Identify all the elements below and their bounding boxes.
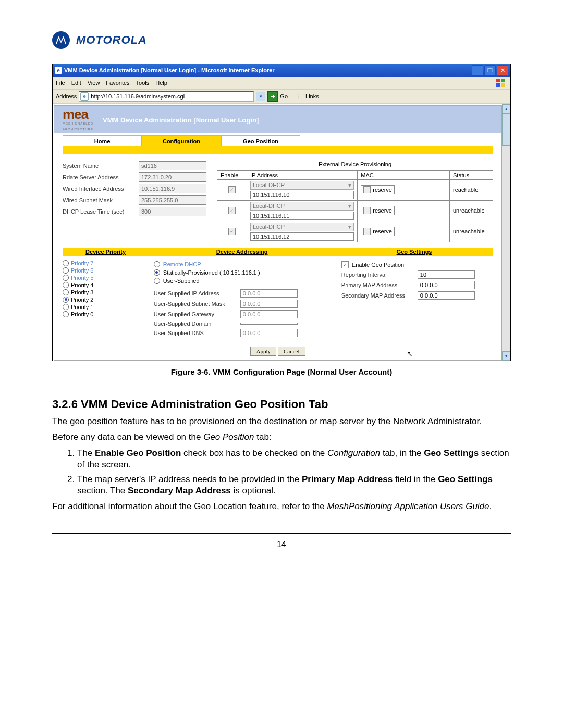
edp-mac-reserve[interactable]: reserve bbox=[361, 227, 395, 236]
priority-radio[interactable] bbox=[63, 275, 69, 281]
menu-edit[interactable]: Edit bbox=[71, 80, 81, 86]
priority-option[interactable]: Priority 2 bbox=[71, 297, 93, 303]
paragraph: Before any data can be viewed on the Geo… bbox=[52, 431, 511, 443]
device-addressing-header: Device Addressing bbox=[149, 248, 335, 256]
wired-if-input[interactable]: 10.151.116.9 bbox=[139, 184, 206, 193]
reserve-checkbox[interactable] bbox=[363, 186, 371, 193]
priority-option[interactable]: Priority 4 bbox=[71, 282, 93, 288]
edp-ip-value[interactable]: 10.151.116.11 bbox=[250, 212, 354, 220]
list-item: The Enable Geo Position check box has to… bbox=[77, 448, 511, 471]
links-separator: ⸽ bbox=[297, 93, 300, 100]
addressing-user-label[interactable]: User-Supplied bbox=[163, 278, 200, 284]
config-upper-section: System Name sd116 Rdate Server Address 1… bbox=[54, 154, 501, 248]
scroll-down-icon[interactable]: ▾ bbox=[502, 351, 510, 361]
edp-enable-checkbox[interactable]: ✓ bbox=[228, 207, 236, 214]
window-buttons: _ ❐ ✕ bbox=[472, 65, 508, 76]
dhcp-lease-input[interactable]: 300 bbox=[139, 207, 206, 216]
addressing-remote-label[interactable]: Remote DHCP bbox=[163, 261, 201, 267]
minimize-button[interactable]: _ bbox=[472, 65, 483, 76]
priority-radio[interactable] bbox=[63, 311, 69, 317]
tab-geo-position[interactable]: Geo Position bbox=[221, 135, 300, 146]
system-fields-column: System Name sd116 Rdate Server Address 1… bbox=[63, 159, 206, 242]
edp-ip-select[interactable]: Local-DHCP▾ bbox=[250, 181, 354, 190]
addressing-radio-user[interactable] bbox=[154, 278, 160, 284]
priority-option[interactable]: Priority 5 bbox=[71, 275, 93, 281]
priority-radio[interactable] bbox=[63, 267, 69, 274]
vertical-scrollbar[interactable]: ▴ ▾ bbox=[502, 104, 510, 361]
maximize-button[interactable]: ❐ bbox=[484, 65, 496, 76]
links-label[interactable]: Links bbox=[305, 93, 319, 100]
enable-geo-checkbox[interactable]: ✓ bbox=[341, 261, 349, 268]
edp-mac-reserve[interactable]: reserve bbox=[361, 206, 395, 215]
priority-radio[interactable] bbox=[63, 289, 69, 295]
edp-ip-value[interactable]: 10.151.116.12 bbox=[250, 232, 354, 241]
edp-ip-select[interactable]: Local-DHCP▾ bbox=[250, 202, 354, 211]
svg-rect-0 bbox=[496, 79, 500, 82]
edp-enable-checkbox[interactable]: ✓ bbox=[228, 228, 236, 235]
addressing-radio-remote[interactable] bbox=[154, 261, 160, 267]
scroll-thumb[interactable] bbox=[502, 114, 510, 146]
us-mask-input[interactable]: 0.0.0.0 bbox=[240, 300, 298, 308]
screenshot-window: e VMM Device Administration [Normal User… bbox=[52, 64, 511, 361]
system-name-input[interactable]: sd116 bbox=[139, 161, 206, 170]
document-body: 3.2.6 VMM Device Administration Geo Posi… bbox=[52, 397, 511, 512]
go-arrow-icon: ➔ bbox=[271, 93, 275, 100]
edp-status: unreachable bbox=[450, 221, 493, 242]
menu-help[interactable]: Help bbox=[155, 80, 167, 86]
go-button[interactable]: ➔ bbox=[267, 91, 278, 102]
address-bar: Address e http://10.151.116.9/admin/syst… bbox=[53, 90, 510, 104]
priority-option[interactable]: Priority 1 bbox=[71, 304, 93, 310]
wired-mask-input[interactable]: 255.255.255.0 bbox=[139, 195, 206, 205]
tab-bar: Home Configuration Geo Position bbox=[54, 135, 501, 146]
edp-row: ✓ Local-DHCP▾ 10.151.116.10 reserve reac… bbox=[217, 179, 493, 200]
geo-settings-header: Geo Settings bbox=[335, 248, 493, 256]
tab-home[interactable]: Home bbox=[63, 135, 142, 146]
lower-panel-header: Device Priority Device Addressing Geo Se… bbox=[63, 248, 493, 256]
us-ip-input[interactable]: 0.0.0.0 bbox=[240, 289, 298, 298]
wired-if-label: Wired Interface Address bbox=[63, 186, 136, 192]
edp-enable-checkbox[interactable]: ✓ bbox=[228, 186, 236, 193]
priority-radio[interactable] bbox=[63, 282, 69, 288]
paragraph: For additional information about the Geo… bbox=[52, 501, 511, 512]
brand-header: MOTOROLA bbox=[52, 31, 511, 49]
reserve-checkbox[interactable] bbox=[363, 228, 371, 235]
address-dropdown-icon[interactable]: ▾ bbox=[256, 92, 265, 101]
priority-option[interactable]: Priority 3 bbox=[71, 289, 93, 295]
dhcp-lease-label: DHCP Lease Time (sec) bbox=[63, 208, 136, 215]
us-gw-input[interactable]: 0.0.0.0 bbox=[240, 310, 298, 318]
address-input[interactable]: e http://10.151.116.9/admin/system.cgi bbox=[79, 91, 254, 102]
priority-radio[interactable] bbox=[63, 304, 69, 310]
priority-option[interactable]: Priority 0 bbox=[71, 311, 93, 317]
apply-button[interactable]: Apply bbox=[250, 347, 276, 356]
menu-view[interactable]: View bbox=[88, 80, 100, 86]
priority-option[interactable]: Priority 7 bbox=[71, 260, 93, 266]
priority-radio[interactable] bbox=[63, 260, 69, 266]
section-heading: 3.2.6 VMM Device Administration Geo Posi… bbox=[52, 397, 511, 412]
tab-configuration[interactable]: Configuration bbox=[142, 135, 221, 146]
close-button[interactable]: ✕ bbox=[497, 65, 508, 76]
menu-tools[interactable]: Tools bbox=[136, 80, 150, 86]
addressing-radio-static[interactable] bbox=[154, 269, 160, 276]
edp-mac-reserve[interactable]: reserve bbox=[361, 185, 395, 194]
priority-radio-selected[interactable] bbox=[63, 297, 69, 303]
page-icon: e bbox=[80, 92, 89, 101]
rdate-input[interactable]: 172.31.0.20 bbox=[139, 172, 206, 182]
priority-option[interactable]: Priority 6 bbox=[71, 267, 93, 274]
tab-underline bbox=[63, 146, 493, 154]
edp-ip-value[interactable]: 10.151.116.10 bbox=[250, 191, 354, 199]
edp-ip-select[interactable]: Local-DHCP▾ bbox=[250, 223, 354, 231]
menu-favorites[interactable]: Favorites bbox=[106, 80, 129, 86]
addressing-static-label[interactable]: Statically-Provisioned ( 10.151.116.1 ) bbox=[163, 269, 260, 276]
geo-primary-input[interactable]: 0.0.0.0 bbox=[418, 281, 475, 289]
geo-secondary-input[interactable]: 0.0.0.0 bbox=[418, 291, 475, 300]
menu-file[interactable]: File bbox=[56, 80, 65, 86]
cancel-button[interactable]: Cancel bbox=[278, 347, 305, 356]
us-domain-input[interactable] bbox=[240, 323, 298, 325]
app-header-band: mea MESH ENABLED ARCHITECTURE VMM Device… bbox=[54, 106, 501, 133]
geo-interval-input[interactable]: 10 bbox=[418, 270, 475, 279]
chevron-down-icon: ▾ bbox=[348, 224, 351, 230]
us-dns-input[interactable]: 0.0.0.0 bbox=[240, 329, 298, 337]
reserve-checkbox[interactable] bbox=[363, 207, 371, 214]
scroll-up-icon[interactable]: ▴ bbox=[502, 104, 510, 114]
enable-geo-label[interactable]: Enable Geo Position bbox=[352, 262, 404, 268]
